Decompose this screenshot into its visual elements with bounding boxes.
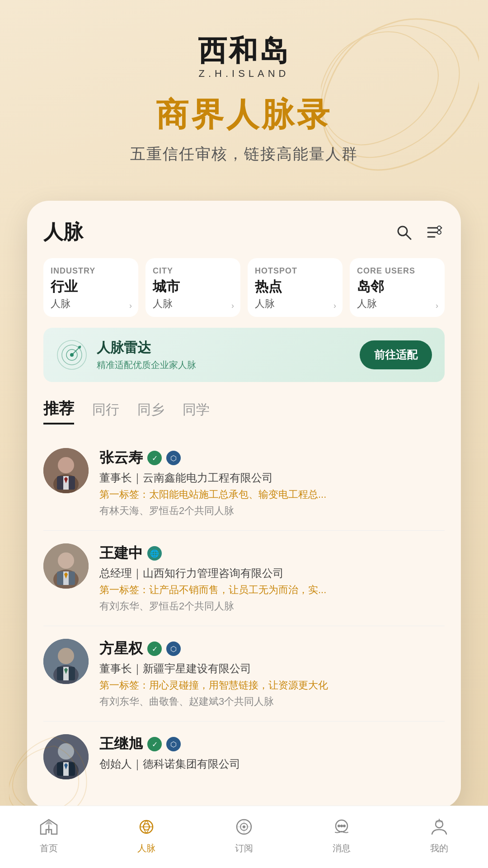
badge-globe: 🌐: [147, 546, 162, 561]
nav-network[interactable]: 人脉: [135, 815, 158, 854]
person-title: 总经理｜山西知行力管理咨询有限公司: [99, 566, 445, 580]
nav-label-network: 人脉: [137, 842, 155, 854]
tab-hometown[interactable]: 同乡: [137, 401, 164, 423]
category-industry[interactable]: INDUSTRY 行业 人脉 ›: [43, 258, 138, 317]
profile-icon: [427, 815, 451, 839]
cat-sub-industry: 人脉: [51, 297, 131, 311]
home-icon: [37, 815, 61, 839]
category-hotspot[interactable]: HOTSPOT 热点 人脉 ›: [248, 258, 343, 317]
svg-point-32: [58, 743, 74, 760]
network-icon: [135, 815, 158, 839]
badge-verified: ✓: [147, 737, 162, 751]
radar-icon-wrap: [56, 339, 88, 371]
search-icon: [395, 223, 413, 241]
svg-point-49: [343, 825, 346, 827]
tab-classmate[interactable]: 同学: [183, 401, 210, 423]
person-title: 创始人｜德科诺集团有限公司: [99, 757, 445, 771]
person-info: 王建中 🌐 总经理｜山西知行力管理咨询有限公司 第一标签：让产品不销而售，让员工…: [99, 543, 445, 613]
svg-point-26: [58, 648, 74, 664]
cat-main-city: 城市: [153, 278, 233, 296]
cat-arrow-industry: ›: [129, 301, 132, 311]
person-title: 董事长｜云南鑫能电力工程有限公司: [99, 471, 445, 485]
person-mutual: 有刘东华、罗恒岳2个共同人脉: [99, 599, 445, 613]
person-item[interactable]: 王继旭 ✓ ⬡ 创始人｜德科诺集团有限公司: [43, 722, 445, 792]
person-name-row: 王建中 🌐: [99, 543, 445, 563]
avatar-image: [43, 734, 89, 779]
person-item[interactable]: 方星权 ✓ ⬡ 董事长｜新疆宇星建设有限公司 第一标签：用心灵碰撞，用智慧链接，…: [43, 626, 445, 722]
nav-label-subscription: 订阅: [235, 842, 253, 854]
badge-verified: ✓: [147, 451, 162, 465]
tab-recommended[interactable]: 推荐: [43, 398, 74, 425]
person-name-row: 王继旭 ✓ ⬡: [99, 734, 445, 754]
svg-point-12: [78, 346, 81, 349]
person-item[interactable]: 张云寿 ✓ ⬡ 董事长｜云南鑫能电力工程有限公司 第一标签：太阳能电站施工总承包…: [43, 435, 445, 531]
card-icons: [394, 222, 445, 242]
nav-home[interactable]: 首页: [37, 815, 61, 854]
cat-main-hotspot: 热点: [255, 278, 335, 296]
nav-profile[interactable]: 我的: [427, 815, 451, 854]
nav-label-message: 消息: [333, 842, 351, 854]
radar-banner: 人脉雷达 精准适配优质企业家人脉 前往适配: [43, 328, 445, 382]
svg-point-48: [340, 825, 343, 827]
badge-certified: ⬡: [166, 737, 181, 751]
person-name: 王建中: [99, 543, 143, 563]
nav-message[interactable]: 消息: [330, 815, 353, 854]
cat-sub-core: 人脉: [357, 297, 437, 311]
person-tags: 第一标签：用心灵碰撞，用智慧链接，让资源更大化: [99, 679, 445, 692]
cat-sub-city: 人脉: [153, 297, 233, 311]
cat-sub-hotspot: 人脉: [255, 297, 335, 311]
logo-chinese: 西和岛: [0, 36, 488, 65]
nav-subscription[interactable]: 订阅: [232, 815, 256, 854]
person-list: 张云寿 ✓ ⬡ 董事长｜云南鑫能电力工程有限公司 第一标签：太阳能电站施工总承包…: [43, 435, 445, 792]
badge-certified: ⬡: [166, 642, 181, 656]
card-title: 人脉: [43, 219, 83, 245]
avatar: [43, 639, 89, 684]
subscription-icon: [232, 815, 256, 839]
main-title: 商界人脉录: [0, 93, 488, 137]
person-tags: 第一标签：让产品不销而售，让员工无为而治，实...: [99, 583, 445, 597]
filter-button[interactable]: [425, 222, 445, 242]
filter-icon: [426, 223, 444, 241]
bottom-nav: 首页 人脉 订阅: [0, 806, 488, 868]
radar-button[interactable]: 前往适配: [360, 340, 432, 369]
cat-main-industry: 行业: [51, 278, 131, 296]
person-title: 董事长｜新疆宇星建设有限公司: [99, 661, 445, 676]
person-info: 张云寿 ✓ ⬡ 董事长｜云南鑫能电力工程有限公司 第一标签：太阳能电站施工总承包…: [99, 448, 445, 518]
person-item[interactable]: 王建中 🌐 总经理｜山西知行力管理咨询有限公司 第一标签：让产品不销而售，让员工…: [43, 531, 445, 626]
cat-arrow-city: ›: [231, 301, 234, 311]
person-info: 方星权 ✓ ⬡ 董事长｜新疆宇星建设有限公司 第一标签：用心灵碰撞，用智慧链接，…: [99, 639, 445, 708]
tab-colleague[interactable]: 同行: [92, 401, 119, 423]
nav-label-home: 首页: [40, 842, 58, 854]
person-name: 张云寿: [99, 448, 143, 468]
badge-certified: ⬡: [166, 451, 181, 465]
person-mutual: 有林天海、罗恒岳2个共同人脉: [99, 504, 445, 518]
cat-label-city: CITY: [153, 266, 233, 276]
person-mutual: 有刘东华、曲敬鲁、赵建斌3个共同人脉: [99, 695, 445, 708]
person-name: 方星权: [99, 639, 143, 659]
svg-point-14: [58, 457, 74, 473]
svg-point-20: [58, 552, 74, 569]
person-name: 王继旭: [99, 734, 143, 754]
category-core[interactable]: CORE USERS 岛邻 人脉 ›: [350, 258, 445, 317]
card-header: 人脉: [43, 219, 445, 245]
radar-left: 人脉雷达 精准适配优质企业家人脉: [56, 339, 196, 371]
avatar-image: [43, 448, 89, 493]
nav-label-profile: 我的: [430, 842, 448, 854]
phone-card: 人脉 INDUSTRY 行业 人: [27, 201, 461, 808]
avatar: [43, 448, 89, 493]
svg-line-1: [406, 234, 411, 239]
tabs-row: 推荐 同行 同乡 同学: [43, 398, 445, 425]
search-button[interactable]: [394, 222, 414, 242]
badge-verified: ✓: [147, 642, 162, 656]
cat-label-hotspot: HOTSPOT: [255, 266, 335, 276]
avatar: [43, 543, 89, 589]
category-city[interactable]: CITY 城市 人脉 ›: [145, 258, 240, 317]
radar-subtitle: 精准适配优质企业家人脉: [97, 359, 196, 371]
header-section: 西和岛 Z.H.ISLAND 商界人脉录 五重信任审核，链接高能量人群: [0, 0, 488, 183]
logo-area: 西和岛 Z.H.ISLAND: [0, 36, 488, 80]
logo-english: Z.H.ISLAND: [0, 68, 488, 80]
cat-main-core: 岛邻: [357, 278, 437, 296]
radar-icon: [56, 339, 88, 371]
svg-point-5: [437, 226, 441, 230]
cat-arrow-core: ›: [436, 301, 438, 311]
